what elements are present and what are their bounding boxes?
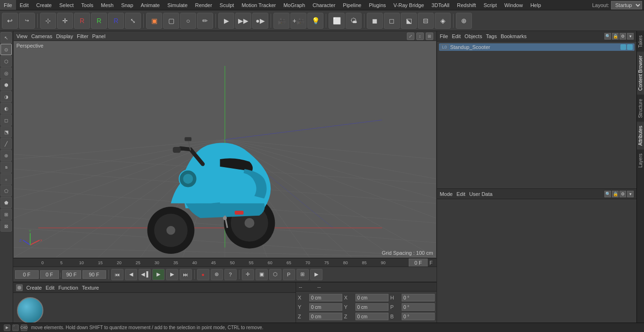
rotate-y-button[interactable]: R — [91, 13, 107, 29]
viewport[interactable]: View Cameras Display Filter Panel ⤢ ↕ ⊞ — [13, 31, 437, 258]
left-btn-2[interactable]: ⊙ — [0, 44, 12, 55]
attrib-more-btn[interactable]: ▾ — [627, 191, 634, 197]
rotate-x-button[interactable]: R — [74, 13, 90, 29]
menu-help[interactable]: Help — [527, 0, 545, 10]
key-mode-button[interactable]: ▣ — [256, 269, 268, 280]
vtab-attributes[interactable]: Attributes — [637, 121, 644, 149]
status-icon-1[interactable]: ▶ — [4, 324, 10, 331]
vp-menu-panel[interactable]: Panel — [92, 33, 105, 39]
menu-animate[interactable]: Animate — [137, 0, 164, 10]
obj-more-btn[interactable]: ▾ — [627, 33, 634, 40]
end-frame-input[interactable]: 90 F — [83, 270, 106, 279]
left-btn-3[interactable]: ⬡ — [0, 56, 12, 67]
play-button[interactable]: ▶ — [152, 269, 165, 280]
scale-button[interactable]: ⤡ — [125, 13, 141, 29]
start-frame-input[interactable]: 0 F — [15, 270, 39, 279]
add-camera-button[interactable]: +🎥 — [290, 13, 306, 29]
menu-pipeline[interactable]: Pipeline — [339, 0, 365, 10]
menu-render[interactable]: Render — [191, 0, 216, 10]
attrib-z2-input[interactable] — [355, 313, 388, 320]
attrib-gear-btn[interactable]: ⚙ — [619, 191, 626, 197]
attrib-search-btn[interactable]: 🔍 — [604, 191, 611, 197]
left-btn-13[interactable]: ⬠ — [0, 185, 12, 196]
vp-menu-cameras[interactable]: Cameras — [31, 33, 52, 39]
menu-character[interactable]: Character — [309, 0, 339, 10]
menu-snap[interactable]: Snap — [117, 0, 137, 10]
obj-menu-bookmarks[interactable]: Bookmarks — [501, 33, 527, 39]
obj-lock-btn[interactable]: 🔒 — [612, 33, 619, 40]
layout-view-button[interactable]: ⊞ — [297, 269, 309, 280]
left-btn-16[interactable]: ⊠ — [0, 220, 12, 232]
left-btn-7[interactable]: ◐ — [0, 103, 12, 114]
display-isoline-button[interactable]: ⊟ — [418, 13, 434, 29]
render-button[interactable]: ▶ — [218, 13, 234, 29]
attrib-b-input[interactable] — [402, 313, 435, 320]
vtab-layers[interactable]: Layers — [637, 149, 644, 171]
attrib-y2-input[interactable] — [355, 303, 388, 311]
vp-menu-filter[interactable]: Filter — [77, 33, 88, 39]
attrib-h-input[interactable] — [402, 294, 435, 301]
menu-file[interactable]: File — [0, 0, 16, 10]
rotate-z-button[interactable]: R — [108, 13, 124, 29]
left-btn-s[interactable]: S — [0, 162, 12, 173]
menu-script[interactable]: Script — [480, 0, 501, 10]
left-btn-4[interactable]: ◎ — [0, 67, 12, 79]
vp-menu-display[interactable]: Display — [56, 33, 73, 39]
menu-plugins[interactable]: Plugins — [365, 0, 389, 10]
go-start-button[interactable]: ⏮ — [111, 269, 124, 280]
status-icon-2[interactable]: ⬛ — [12, 324, 19, 331]
light-button[interactable]: 💡 — [307, 13, 323, 29]
menu-sculpt[interactable]: Sculpt — [216, 0, 238, 10]
object-item-scooter[interactable]: L0 Standup_Scooter — [439, 43, 635, 51]
move-tool-button[interactable]: ✛ — [57, 13, 73, 29]
obj-search-btn[interactable]: 🔍 — [604, 33, 611, 40]
menu-tools[interactable]: Tools — [77, 0, 97, 10]
attrib-menu-userdata[interactable]: User Data — [469, 191, 493, 197]
vp-menu-view[interactable]: View — [17, 33, 28, 39]
left-btn-11[interactable]: ⊛ — [0, 150, 12, 161]
obj-menu-tags[interactable]: Tags — [486, 33, 497, 39]
vp-arrows-btn[interactable]: ↕ — [416, 32, 424, 40]
left-btn-6[interactable]: ◑ — [0, 91, 12, 102]
left-btn-9[interactable]: ⬔ — [0, 126, 12, 138]
bezier-button[interactable]: ⬡ — [269, 269, 281, 280]
attrib-x2-input[interactable] — [355, 294, 388, 301]
preview-button[interactable]: P — [283, 269, 295, 280]
redo-button[interactable]: ↪ — [19, 13, 35, 29]
live-select-button[interactable]: ▣ — [146, 13, 162, 29]
preview-start-input[interactable]: 0 F — [40, 270, 59, 279]
go-end-button[interactable]: ⏭ — [180, 269, 192, 280]
obj-menu-edit[interactable]: Edit — [452, 33, 461, 39]
vp-layout-btn[interactable]: ⊞ — [426, 32, 433, 40]
mat-menu-edit[interactable]: Edit — [46, 285, 55, 291]
mat-menu-texture[interactable]: Texture — [82, 285, 99, 291]
motion-button[interactable]: ✛ — [242, 269, 254, 280]
mat-menu-function[interactable]: Function — [58, 285, 78, 291]
left-btn-move[interactable]: ↖ — [0, 32, 12, 43]
viewport-canvas[interactable]: Perspective Grid Spacing : 100 cm X Z Y — [14, 41, 436, 258]
record-button[interactable]: ● — [197, 269, 209, 280]
attrib-lock-btn[interactable]: 🔒 — [612, 191, 619, 197]
render-viewport-button[interactable]: ●▶ — [252, 13, 268, 29]
attrib-menu-edit[interactable]: Edit — [456, 191, 465, 197]
floor-button[interactable]: ⬜ — [329, 13, 345, 29]
left-btn-8[interactable]: ◻ — [0, 114, 12, 126]
menu-mesh[interactable]: Mesh — [97, 0, 117, 10]
menu-vray[interactable]: V-Ray Bridge — [390, 0, 428, 10]
menu-create[interactable]: Create — [33, 0, 56, 10]
menu-motion-tracker[interactable]: Motion Tracker — [238, 0, 280, 10]
attrib-menu-mode[interactable]: Mode — [440, 191, 453, 197]
attrib-x1-input[interactable] — [309, 294, 342, 301]
display-gouraud-button[interactable]: ◼ — [367, 13, 383, 29]
vtab-takes[interactable]: Takes — [637, 31, 644, 51]
rev-play-button[interactable]: ◀▐ — [139, 269, 151, 280]
obj-gear-btn[interactable]: ⚙ — [619, 33, 626, 40]
mat-menu-create[interactable]: Create — [26, 285, 42, 291]
enable-axis-button[interactable]: ⊕ — [456, 13, 472, 29]
menu-3dtoall[interactable]: 3DToAll — [428, 0, 453, 10]
vtab-content-browser[interactable]: Content Browser — [637, 51, 644, 94]
status-icon-3[interactable]: C4D — [21, 324, 27, 331]
display-quick-button[interactable]: ◈ — [435, 13, 451, 29]
menu-window[interactable]: Window — [501, 0, 527, 10]
attrib-z1-input[interactable] — [309, 313, 342, 320]
